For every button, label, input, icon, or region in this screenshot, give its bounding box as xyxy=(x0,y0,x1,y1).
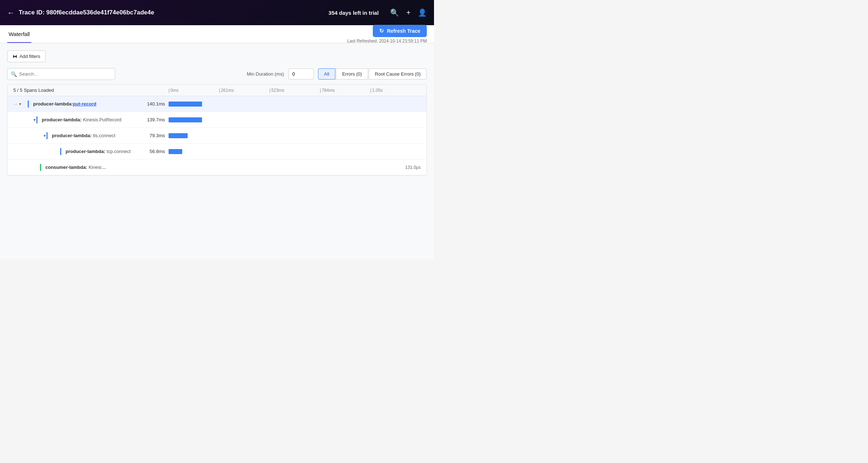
table-row: consumer-lambda: Kinesis.getRecord 131.0… xyxy=(8,159,426,175)
span-name-col: consumer-lambda: Kinesis.getRecord xyxy=(40,164,107,171)
span-rows-container: ··· ▾ producer-lambda:put-record 140.1ms… xyxy=(8,96,426,175)
span-duration: 140.1ms xyxy=(136,101,165,107)
filter-tab-errors[interactable]: Errors (0) xyxy=(336,68,368,80)
refresh-icon: ↻ xyxy=(379,28,384,34)
span-name-col: producer-lambda: Kinesis.PutRecord xyxy=(36,116,136,123)
span-name: consumer-lambda: Kinesis.getRecord xyxy=(45,165,107,170)
search-button[interactable]: 🔍 xyxy=(390,8,399,17)
search-icon: 🔍 xyxy=(11,71,17,77)
span-name: producer-lambda: tcp.connect xyxy=(66,149,131,154)
user-button[interactable]: 👤 xyxy=(418,8,427,17)
filter-icon: ⧓ xyxy=(13,54,17,59)
span-bar xyxy=(169,102,202,107)
search-input[interactable] xyxy=(7,68,115,80)
span-chevron[interactable]: ▾ xyxy=(33,117,36,122)
span-bar-area xyxy=(169,100,421,108)
span-bar-area xyxy=(169,116,421,123)
tab-waterfall[interactable]: Waterfall xyxy=(7,26,31,43)
span-controls: ▾ xyxy=(22,117,36,122)
waterfall-container: 5 / 5 Spans Loaded 0ms 261ms 523ms 784ms… xyxy=(7,84,427,176)
add-button[interactable]: + xyxy=(406,9,411,17)
span-chevron[interactable]: ▾ xyxy=(44,133,46,138)
span-name: producer-lambda:put-record xyxy=(33,101,97,107)
table-row: producer-lambda: tcp.connect 56.8ms xyxy=(8,144,426,159)
trial-badge: 354 days left in trial xyxy=(328,10,379,16)
tabs-bar: Waterfall ↻ Refresh Trace Last Refreshed… xyxy=(0,25,434,43)
min-duration-label: Min Duration (ms) xyxy=(247,71,284,77)
span-name-col: producer-lambda:put-record xyxy=(28,100,136,108)
tab-actions: ↻ Refresh Trace Last Refreshed: 2024-10-… xyxy=(347,25,427,44)
refresh-trace-label: Refresh Trace xyxy=(387,28,420,34)
span-chevron[interactable]: ▾ xyxy=(19,102,21,107)
main-content: ⧓ Add filters 🔍 Min Duration (ms) All Er… xyxy=(0,43,434,259)
search-wrap: 🔍 xyxy=(7,68,115,80)
search-row: 🔍 Min Duration (ms) All Errors (0) Root … xyxy=(7,68,427,80)
trace-id-title: Trace ID: 980f6ecddae536de41f74e06bc7ade… xyxy=(19,9,324,16)
span-bar xyxy=(169,149,182,154)
refresh-trace-button[interactable]: ↻ Refresh Trace xyxy=(373,25,427,37)
filters-row: ⧓ Add filters xyxy=(7,50,427,62)
span-bar xyxy=(169,133,188,138)
timeline-header: 0ms 261ms 523ms 784ms 1.05s xyxy=(169,88,421,93)
span-bar-area xyxy=(169,148,421,155)
table-row: ··· ▾ producer-lambda:put-record 140.1ms xyxy=(8,96,426,112)
span-name: producer-lambda: tls.connect xyxy=(52,133,115,138)
span-bar-area xyxy=(140,164,392,171)
timeline-mark-2: 523ms xyxy=(269,88,320,93)
app-header: ← Trace ID: 980f6ecddae536de41f74e06bc7a… xyxy=(0,0,434,25)
filter-tab-root-cause[interactable]: Root Cause Errors (0) xyxy=(369,68,427,80)
span-duration: 79.3ms xyxy=(136,133,165,138)
span-bar-area xyxy=(169,132,421,139)
timeline-mark-4: 1.05s xyxy=(370,88,421,93)
timeline-mark-3: 784ms xyxy=(320,88,370,93)
table-row: ▾ producer-lambda: Kinesis.PutRecord 139… xyxy=(8,112,426,128)
timeline-mark-1: 261ms xyxy=(219,88,269,93)
header-icons: 🔍 + 👤 xyxy=(390,8,427,17)
table-row: ▾ producer-lambda: tls.connect 79.3ms xyxy=(8,128,426,144)
span-duration-right: 131.0µs xyxy=(392,165,421,170)
span-name-col: producer-lambda: tls.connect xyxy=(46,132,136,139)
waterfall-header: 5 / 5 Spans Loaded 0ms 261ms 523ms 784ms… xyxy=(8,85,426,96)
span-name-col: producer-lambda: tcp.connect xyxy=(60,148,136,155)
span-duration: 139.7ms xyxy=(136,117,165,122)
last-refreshed-text: Last Refreshed: 2024-10-14 23:59:11 PM xyxy=(347,39,427,44)
span-bar xyxy=(169,117,202,122)
span-controls: ▾ xyxy=(32,133,46,138)
timeline-mark-0: 0ms xyxy=(169,88,219,93)
spans-loaded-count: 5 / 5 Spans Loaded xyxy=(13,87,54,93)
add-filters-label: Add filters xyxy=(19,54,40,59)
span-dots-button[interactable]: ··· xyxy=(13,101,18,107)
filter-tabs: All Errors (0) Root Cause Errors (0) xyxy=(318,68,427,80)
add-filters-button[interactable]: ⧓ Add filters xyxy=(7,50,46,62)
back-button[interactable]: ← xyxy=(7,9,14,17)
min-duration-input[interactable] xyxy=(288,68,314,80)
span-controls: ··· ▾ xyxy=(13,101,28,107)
span-duration: 56.8ms xyxy=(136,149,165,154)
span-name: producer-lambda: Kinesis.PutRecord xyxy=(42,117,121,122)
filter-tab-all[interactable]: All xyxy=(318,68,335,80)
